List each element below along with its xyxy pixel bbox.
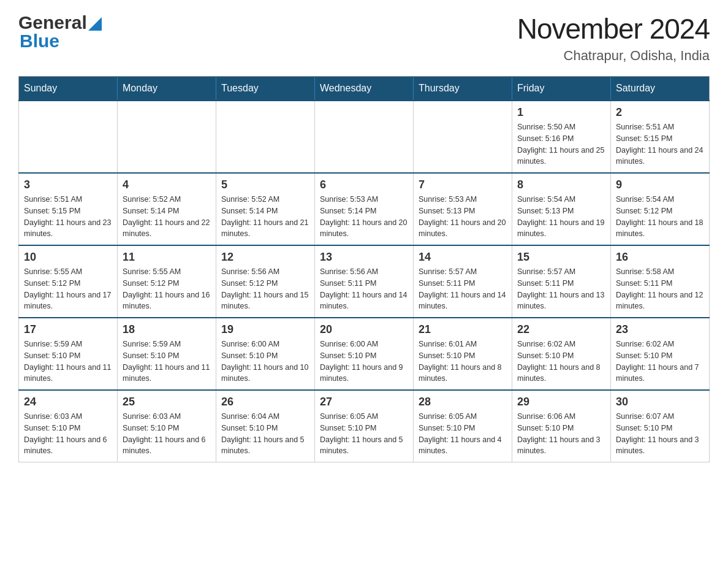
day-info: Sunrise: 5:54 AMSunset: 5:13 PMDaylight:…: [517, 194, 605, 240]
day-number: 12: [221, 251, 309, 264]
day-number: 13: [320, 251, 408, 264]
calendar-cell: 30Sunrise: 6:07 AMSunset: 5:10 PMDayligh…: [611, 390, 710, 462]
weekday-header-saturday: Saturday: [611, 77, 710, 101]
day-number: 8: [517, 178, 605, 191]
day-info: Sunrise: 5:51 AMSunset: 5:15 PMDaylight:…: [616, 121, 704, 167]
day-number: 29: [517, 396, 605, 408]
day-number: 26: [221, 396, 309, 408]
calendar-cell: 21Sunrise: 6:01 AMSunset: 5:10 PMDayligh…: [414, 318, 512, 390]
calendar-cell: 22Sunrise: 6:02 AMSunset: 5:10 PMDayligh…: [512, 318, 611, 390]
day-info: Sunrise: 6:02 AMSunset: 5:10 PMDaylight:…: [517, 339, 605, 385]
day-info: Sunrise: 6:01 AMSunset: 5:10 PMDaylight:…: [419, 339, 507, 385]
calendar-week-row: 10Sunrise: 5:55 AMSunset: 5:12 PMDayligh…: [19, 245, 710, 318]
calendar-cell: 11Sunrise: 5:55 AMSunset: 5:12 PMDayligh…: [118, 245, 216, 318]
day-info: Sunrise: 5:57 AMSunset: 5:11 PMDaylight:…: [517, 266, 605, 312]
day-info: Sunrise: 5:53 AMSunset: 5:14 PMDaylight:…: [320, 194, 408, 240]
weekday-header-thursday: Thursday: [414, 77, 512, 101]
day-number: 20: [320, 323, 408, 336]
day-info: Sunrise: 5:58 AMSunset: 5:11 PMDaylight:…: [616, 266, 704, 312]
day-info: Sunrise: 5:59 AMSunset: 5:10 PMDaylight:…: [123, 339, 211, 385]
day-info: Sunrise: 6:07 AMSunset: 5:10 PMDaylight:…: [616, 411, 704, 457]
day-info: Sunrise: 5:52 AMSunset: 5:14 PMDaylight:…: [123, 194, 211, 240]
logo: General Blue: [18, 12, 102, 52]
location-title: Chatrapur, Odisha, India: [517, 48, 710, 64]
month-title: November 2024: [517, 12, 710, 45]
title-section: November 2024 Chatrapur, Odisha, India: [517, 12, 710, 64]
day-number: 25: [123, 396, 211, 408]
calendar-week-row: 3Sunrise: 5:51 AMSunset: 5:15 PMDaylight…: [19, 173, 710, 245]
day-info: Sunrise: 5:56 AMSunset: 5:11 PMDaylight:…: [320, 266, 408, 312]
calendar-cell: 12Sunrise: 5:56 AMSunset: 5:12 PMDayligh…: [216, 245, 315, 318]
calendar-cell: [414, 101, 512, 173]
day-number: 4: [123, 178, 211, 191]
calendar-cell: [118, 101, 216, 173]
calendar-cell: 13Sunrise: 5:56 AMSunset: 5:11 PMDayligh…: [315, 245, 414, 318]
calendar-cell: 20Sunrise: 6:00 AMSunset: 5:10 PMDayligh…: [315, 318, 414, 390]
day-number: 22: [517, 323, 605, 336]
weekday-header-monday: Monday: [118, 77, 216, 101]
day-number: 28: [419, 396, 507, 408]
calendar-cell: 18Sunrise: 5:59 AMSunset: 5:10 PMDayligh…: [118, 318, 216, 390]
calendar-cell: 8Sunrise: 5:54 AMSunset: 5:13 PMDaylight…: [512, 173, 611, 245]
day-info: Sunrise: 6:02 AMSunset: 5:10 PMDaylight:…: [616, 339, 704, 385]
logo-blue-text: Blue: [20, 31, 59, 52]
day-number: 17: [24, 323, 112, 336]
logo-triangle-icon: [88, 17, 102, 31]
day-info: Sunrise: 6:06 AMSunset: 5:10 PMDaylight:…: [517, 411, 605, 457]
day-number: 1: [517, 106, 605, 119]
day-info: Sunrise: 6:05 AMSunset: 5:10 PMDaylight:…: [320, 411, 408, 457]
calendar-cell: 29Sunrise: 6:06 AMSunset: 5:10 PMDayligh…: [512, 390, 611, 462]
calendar-cell: 1Sunrise: 5:50 AMSunset: 5:16 PMDaylight…: [512, 101, 611, 173]
calendar-cell: [315, 101, 414, 173]
day-number: 15: [517, 251, 605, 264]
calendar-cell: 27Sunrise: 6:05 AMSunset: 5:10 PMDayligh…: [315, 390, 414, 462]
calendar-cell: 5Sunrise: 5:52 AMSunset: 5:14 PMDaylight…: [216, 173, 315, 245]
day-number: 16: [616, 251, 704, 264]
calendar-cell: 10Sunrise: 5:55 AMSunset: 5:12 PMDayligh…: [19, 245, 118, 318]
calendar-week-row: 17Sunrise: 5:59 AMSunset: 5:10 PMDayligh…: [19, 318, 710, 390]
day-info: Sunrise: 5:55 AMSunset: 5:12 PMDaylight:…: [24, 266, 112, 312]
calendar-table: SundayMondayTuesdayWednesdayThursdayFrid…: [18, 76, 710, 462]
day-info: Sunrise: 6:00 AMSunset: 5:10 PMDaylight:…: [320, 339, 408, 385]
day-number: 11: [123, 251, 211, 264]
day-number: 5: [221, 178, 309, 191]
weekday-header-wednesday: Wednesday: [315, 77, 414, 101]
svg-marker-0: [88, 17, 102, 31]
weekday-header-row: SundayMondayTuesdayWednesdayThursdayFrid…: [19, 77, 710, 101]
calendar-cell: 7Sunrise: 5:53 AMSunset: 5:13 PMDaylight…: [414, 173, 512, 245]
calendar-cell: 19Sunrise: 6:00 AMSunset: 5:10 PMDayligh…: [216, 318, 315, 390]
day-number: 19: [221, 323, 309, 336]
calendar-cell: 17Sunrise: 5:59 AMSunset: 5:10 PMDayligh…: [19, 318, 118, 390]
day-info: Sunrise: 5:55 AMSunset: 5:12 PMDaylight:…: [123, 266, 211, 312]
day-number: 2: [616, 106, 704, 119]
day-number: 24: [24, 396, 112, 408]
day-info: Sunrise: 5:56 AMSunset: 5:12 PMDaylight:…: [221, 266, 309, 312]
calendar-week-row: 1Sunrise: 5:50 AMSunset: 5:16 PMDaylight…: [19, 101, 710, 173]
day-number: 6: [320, 178, 408, 191]
calendar-cell: 28Sunrise: 6:05 AMSunset: 5:10 PMDayligh…: [414, 390, 512, 462]
day-info: Sunrise: 5:51 AMSunset: 5:15 PMDaylight:…: [24, 194, 112, 240]
weekday-header-friday: Friday: [512, 77, 611, 101]
day-info: Sunrise: 5:50 AMSunset: 5:16 PMDaylight:…: [517, 121, 605, 167]
calendar-cell: 6Sunrise: 5:53 AMSunset: 5:14 PMDaylight…: [315, 173, 414, 245]
calendar-cell: 26Sunrise: 6:04 AMSunset: 5:10 PMDayligh…: [216, 390, 315, 462]
day-number: 9: [616, 178, 704, 191]
calendar-cell: 23Sunrise: 6:02 AMSunset: 5:10 PMDayligh…: [611, 318, 710, 390]
calendar-cell: [216, 101, 315, 173]
calendar-cell: 4Sunrise: 5:52 AMSunset: 5:14 PMDaylight…: [118, 173, 216, 245]
calendar-cell: 14Sunrise: 5:57 AMSunset: 5:11 PMDayligh…: [414, 245, 512, 318]
day-number: 21: [419, 323, 507, 336]
day-info: Sunrise: 5:53 AMSunset: 5:13 PMDaylight:…: [419, 194, 507, 240]
calendar-week-row: 24Sunrise: 6:03 AMSunset: 5:10 PMDayligh…: [19, 390, 710, 462]
day-number: 18: [123, 323, 211, 336]
calendar-cell: 24Sunrise: 6:03 AMSunset: 5:10 PMDayligh…: [19, 390, 118, 462]
calendar-cell: 9Sunrise: 5:54 AMSunset: 5:12 PMDaylight…: [611, 173, 710, 245]
weekday-header-tuesday: Tuesday: [216, 77, 315, 101]
day-info: Sunrise: 6:04 AMSunset: 5:10 PMDaylight:…: [221, 411, 309, 457]
day-number: 3: [24, 178, 112, 191]
day-info: Sunrise: 6:05 AMSunset: 5:10 PMDaylight:…: [419, 411, 507, 457]
day-number: 23: [616, 323, 704, 336]
day-number: 7: [419, 178, 507, 191]
day-info: Sunrise: 5:54 AMSunset: 5:12 PMDaylight:…: [616, 194, 704, 240]
day-number: 14: [419, 251, 507, 264]
